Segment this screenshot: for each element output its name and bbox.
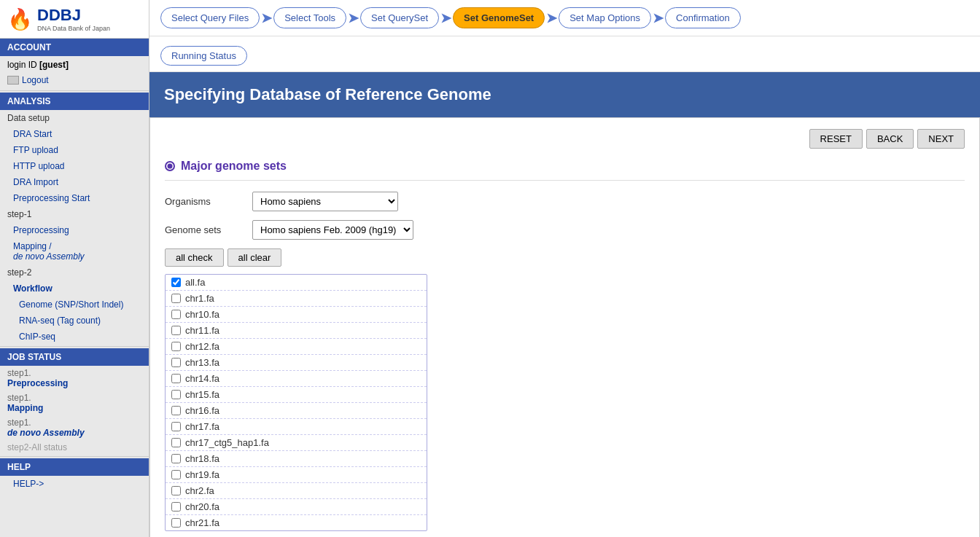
file-list-item[interactable]: chr16.fa bbox=[166, 403, 427, 419]
arrow-1: ➤ bbox=[261, 10, 272, 26]
arrow-2: ➤ bbox=[348, 10, 359, 26]
file-list-item[interactable]: chr17.fa bbox=[166, 419, 427, 435]
file-list-item[interactable]: chr13.fa bbox=[166, 355, 427, 371]
file-name: chr20.fa bbox=[185, 501, 219, 512]
arrow-3: ➤ bbox=[440, 10, 451, 26]
section-title: Major genome sets bbox=[165, 160, 965, 181]
step-set-queryset[interactable]: Set QuerySet ➤ bbox=[360, 7, 453, 28]
job-item-preprocessing: step1. Preprocessing bbox=[0, 366, 149, 391]
check-buttons-row: all check all clear bbox=[165, 248, 965, 267]
file-checkbox[interactable] bbox=[171, 294, 181, 303]
running-status-row: Running Status bbox=[149, 36, 980, 72]
file-checkbox[interactable] bbox=[171, 406, 181, 415]
file-checkbox[interactable] bbox=[171, 390, 181, 399]
step-btn-set-genomeset[interactable]: Set GenomeSet bbox=[453, 7, 545, 28]
genome-sets-row: Genome sets Homo sapiens Feb. 2009 (hg19… bbox=[165, 220, 965, 240]
file-list-item[interactable]: chr18.fa bbox=[166, 451, 427, 467]
sidebar-item-rnaseq[interactable]: RNA-seq (Tag count) bbox=[0, 313, 149, 329]
file-list-item[interactable]: chr19.fa bbox=[166, 467, 427, 483]
step-set-genomeset[interactable]: Set GenomeSet ➤ bbox=[453, 7, 559, 28]
back-button[interactable]: BACK bbox=[866, 129, 914, 149]
step-set-map-options[interactable]: Set Map Options ➤ bbox=[559, 7, 665, 28]
reset-button[interactable]: RESET bbox=[809, 129, 863, 149]
file-name: chr1.fa bbox=[185, 293, 214, 304]
step2-label: step-2 bbox=[0, 264, 149, 281]
organisms-row: Organisms Homo sapiens Mus musculus Ratt… bbox=[165, 192, 965, 211]
organisms-select[interactable]: Homo sapiens Mus musculus Rattus norvegi… bbox=[252, 192, 398, 211]
file-checkbox[interactable] bbox=[171, 374, 181, 383]
file-name: chr17_ctg5_hap1.fa bbox=[185, 437, 269, 448]
file-list-item[interactable]: chr1.fa bbox=[166, 291, 427, 307]
action-buttons-row: RESET BACK NEXT bbox=[165, 129, 965, 149]
file-list-item[interactable]: chr12.fa bbox=[166, 339, 427, 355]
file-name: chr11.fa bbox=[185, 325, 219, 336]
file-list-item[interactable]: chr10.fa bbox=[166, 307, 427, 323]
file-checkbox[interactable] bbox=[171, 310, 181, 319]
file-checkbox[interactable] bbox=[171, 502, 181, 511]
file-list-item[interactable]: chr17_ctg5_hap1.fa bbox=[166, 435, 427, 451]
sidebar-item-chipseq[interactable]: ChIP-seq bbox=[0, 329, 149, 345]
help-header: HELP bbox=[0, 458, 149, 476]
logout-button[interactable]: Logout bbox=[0, 74, 149, 89]
file-checkbox[interactable] bbox=[171, 342, 181, 351]
step-btn-select-tools[interactable]: Select Tools bbox=[273, 7, 346, 28]
step-btn-set-queryset[interactable]: Set QuerySet bbox=[360, 7, 439, 28]
file-checkbox[interactable] bbox=[171, 438, 181, 447]
genome-sets-label: Genome sets bbox=[165, 224, 252, 235]
sidebar-item-ftp-upload[interactable]: FTP upload bbox=[0, 142, 149, 158]
section-radio[interactable] bbox=[165, 161, 175, 171]
sidebar-item-http-upload[interactable]: HTTP upload bbox=[0, 158, 149, 174]
step-select-query[interactable]: Select Query Files ➤ bbox=[160, 7, 273, 28]
sidebar-item-preprocessing-start[interactable]: Preprocessing Start bbox=[0, 190, 149, 206]
file-list-item[interactable]: chr14.fa bbox=[166, 371, 427, 387]
step-btn-select-query[interactable]: Select Query Files bbox=[160, 7, 260, 28]
file-list: all.fachr1.fachr10.fachr11.fachr12.fachr… bbox=[165, 274, 427, 531]
sidebar: 🔥 DDBJ DNA Data Bank of Japan ACCOUNT lo… bbox=[0, 0, 149, 537]
file-checkbox[interactable] bbox=[171, 518, 181, 528]
page-content: RESET BACK NEXT Major genome sets Organi… bbox=[149, 117, 980, 537]
file-list-item[interactable]: chr15.fa bbox=[166, 387, 427, 403]
job-item-denovo: step1. de novo Assembly bbox=[0, 415, 149, 440]
file-checkbox[interactable] bbox=[171, 454, 181, 463]
sidebar-item-dra-import[interactable]: DRA Import bbox=[0, 174, 149, 190]
file-list-item[interactable]: chr11.fa bbox=[166, 323, 427, 339]
page-header: Specifying Database of Reference Genome bbox=[149, 72, 980, 117]
sidebar-item-dra-start[interactable]: DRA Start bbox=[0, 126, 149, 142]
file-checkbox[interactable] bbox=[171, 422, 181, 431]
sidebar-item-preprocessing[interactable]: Preprocessing bbox=[0, 222, 149, 238]
job-item-all-status: step2-All status bbox=[0, 440, 149, 455]
login-info: login ID [guest] bbox=[0, 56, 149, 74]
file-checkbox[interactable] bbox=[171, 278, 181, 287]
sidebar-item-workflow[interactable]: Workflow bbox=[0, 281, 149, 297]
file-checkbox[interactable] bbox=[171, 358, 181, 367]
step-btn-confirmation[interactable]: Confirmation bbox=[665, 7, 741, 28]
genome-sets-select[interactable]: Homo sapiens Feb. 2009 (hg19) Homo sapie… bbox=[252, 220, 413, 240]
file-name: chr14.fa bbox=[185, 373, 219, 384]
file-checkbox[interactable] bbox=[171, 470, 181, 479]
all-check-button[interactable]: all check bbox=[165, 248, 224, 267]
file-checkbox[interactable] bbox=[171, 486, 181, 495]
step-btn-set-map-options[interactable]: Set Map Options bbox=[559, 7, 651, 28]
next-button[interactable]: NEXT bbox=[917, 129, 965, 149]
running-status-button[interactable]: Running Status bbox=[160, 46, 247, 66]
file-name: chr12.fa bbox=[185, 341, 219, 352]
file-list-item[interactable]: chr21.fa bbox=[166, 515, 427, 530]
all-clear-button[interactable]: all clear bbox=[228, 248, 282, 267]
file-name: chr19.fa bbox=[185, 469, 219, 480]
sidebar-item-mapping[interactable]: Mapping / de novo Assembly bbox=[0, 238, 149, 264]
step-confirmation[interactable]: Confirmation bbox=[665, 7, 741, 28]
logo-sub: DNA Data Bank of Japan bbox=[37, 25, 110, 32]
step-select-tools[interactable]: Select Tools ➤ bbox=[273, 7, 360, 28]
step1-label: step-1 bbox=[0, 206, 149, 222]
logo-text: DDBJ bbox=[37, 6, 110, 25]
logo: 🔥 DDBJ DNA Data Bank of Japan bbox=[0, 0, 149, 39]
file-list-item[interactable]: all.fa bbox=[166, 275, 427, 291]
file-list-item[interactable]: chr2.fa bbox=[166, 483, 427, 499]
file-checkbox[interactable] bbox=[171, 326, 181, 335]
job-status-header: JOB STATUS bbox=[0, 348, 149, 366]
sidebar-item-genome[interactable]: Genome (SNP/Short Indel) bbox=[0, 297, 149, 313]
file-list-item[interactable]: chr20.fa bbox=[166, 499, 427, 515]
file-name: chr2.fa bbox=[185, 485, 214, 496]
help-link[interactable]: HELP-> bbox=[0, 476, 149, 492]
page-title: Specifying Database of Reference Genome bbox=[164, 85, 965, 104]
